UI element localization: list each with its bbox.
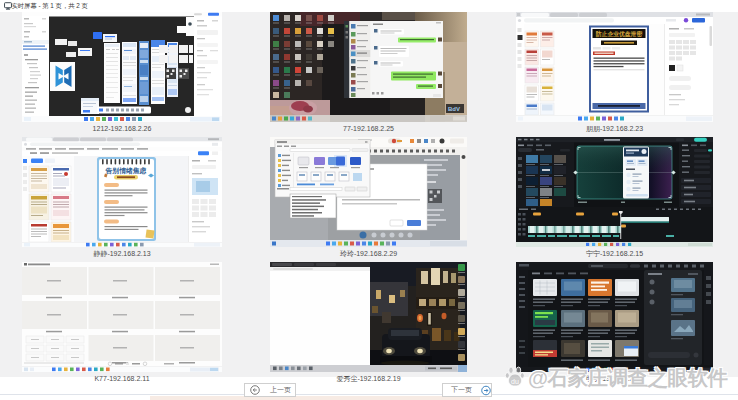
svg-text:du: du xyxy=(511,378,519,385)
svg-text:防止企业优盘泄密: 防止企业优盘泄密 xyxy=(596,29,643,37)
svg-text:告别情绪焦虑: 告别情绪焦虑 xyxy=(105,167,147,175)
svg-text:BdV: BdV xyxy=(448,106,460,112)
